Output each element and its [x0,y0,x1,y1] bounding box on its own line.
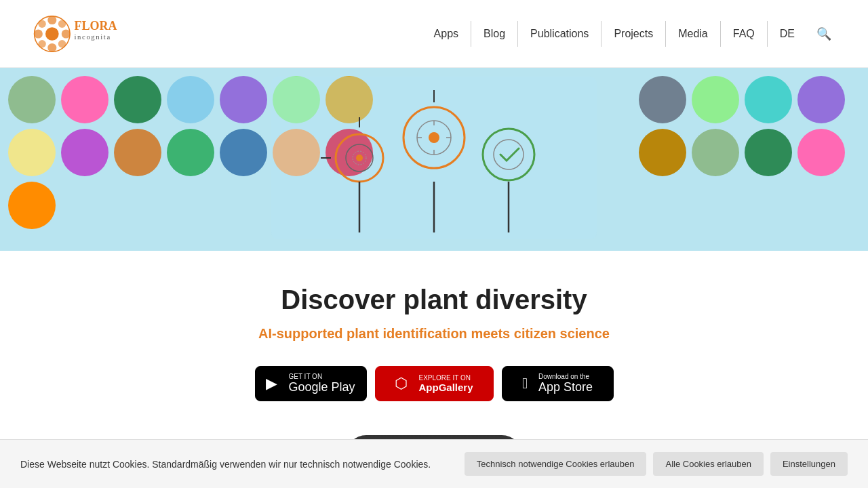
plant-circle [167,76,214,123]
app-store-top-text: Download on the [538,373,593,380]
huawei-top-text: EXPLORE IT ON [418,374,473,382]
main-nav: Apps Blog Publications Projects Media FA… [422,20,841,48]
plant-circle [797,76,845,123]
plant-circle [8,76,56,123]
cookie-banner: Diese Webseite nutzt Cookies. Standardmä… [0,439,868,488]
nav-item-publications[interactable]: Publications [518,21,601,47]
svg-point-26 [417,121,451,155]
cookie-all-button[interactable]: Alle Cookies erlauben [653,452,763,476]
app-store-main-text: App Store [538,380,593,394]
search-icon[interactable]: 🔍 [807,20,841,48]
plant-circle [167,129,214,176]
plant-circle [114,76,161,123]
plant-circle [220,129,267,176]
plant-circle [273,76,320,123]
plant-circles-left [0,68,393,251]
plant-circle [692,129,739,176]
nav-item-projects[interactable]: Projects [601,21,666,47]
header: FLORA incognita Apps Blog Publications P… [0,0,868,68]
huawei-button[interactable]: ⬡ EXPLORE IT ON AppGallery [375,366,494,401]
plant-circle [273,129,320,176]
plant-circle [8,129,56,176]
svg-text:incognita: incognita [75,33,111,41]
cookie-text: Diese Webseite nutzt Cookies. Standardmä… [20,459,451,470]
huawei-icon: ⬡ [395,375,408,392]
nav-item-apps[interactable]: Apps [422,21,471,47]
plant-circle [114,129,161,176]
store-buttons: ▶ GET IT ON Google Play ⬡ EXPLORE IT ON … [255,366,614,401]
logo-image: FLORA incognita [27,7,149,61]
google-play-main-text: Google Play [288,380,355,394]
plant-circle [745,129,792,176]
plant-circle [326,129,373,176]
plant-circle [745,76,792,123]
cookie-buttons: Technisch notwendige Cookies erlauben Al… [465,452,848,476]
plant-circle [61,76,108,123]
google-play-top-text: GET IT ON [288,373,355,380]
cookie-necessary-button[interactable]: Technisch notwendige Cookies erlauben [465,452,647,476]
google-play-button[interactable]: ▶ GET IT ON Google Play [255,366,367,401]
plant-circle [692,76,739,123]
hero-inner [0,68,868,251]
plant-circle [326,76,373,123]
huawei-main-text: AppGallery [418,382,473,393]
svg-point-27 [429,132,439,143]
hero-title: Discover plant diversity [281,285,587,315]
plant-circle [639,76,686,123]
plant-circle [61,129,108,176]
cookie-settings-button[interactable]: Einstellungen [770,452,848,476]
app-store-button[interactable]:  Download on the App Store [502,366,614,401]
nav-item-media[interactable]: Media [666,21,721,47]
plant-circle [797,129,845,176]
svg-point-9 [47,28,58,39]
svg-text:FLORA: FLORA [75,19,117,33]
nav-item-faq[interactable]: FAQ [721,21,768,47]
nav-item-blog[interactable]: Blog [471,21,518,47]
svg-point-32 [483,129,534,180]
nav-item-de[interactable]: DE [768,21,807,47]
plant-circles-right [631,68,868,251]
svg-point-33 [494,140,524,169]
hero-banner [0,68,868,251]
plant-circle [220,76,267,123]
logo[interactable]: FLORA incognita [27,7,149,61]
plant-circle [639,129,686,176]
google-play-icon: ▶ [266,375,277,392]
hero-subtitle: AI-supported plant identification meets … [258,326,610,342]
apple-icon:  [522,375,528,392]
plant-circle [8,182,56,229]
svg-point-24 [403,107,465,168]
